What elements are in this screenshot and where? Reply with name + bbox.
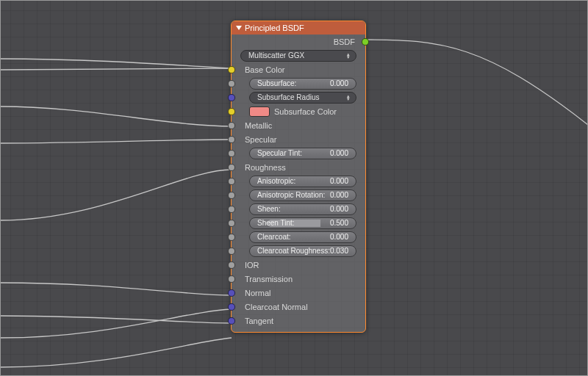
socket-tangent[interactable] xyxy=(228,317,235,325)
input-metallic: Metallic xyxy=(232,118,365,132)
chevron-updown-icon xyxy=(347,52,350,59)
socket-anisotropic-rotation[interactable] xyxy=(228,192,235,199)
socket-sheen-tint[interactable] xyxy=(228,220,235,227)
socket-anisotropic[interactable] xyxy=(228,178,235,185)
input-transmission: Transmission xyxy=(232,272,365,286)
slider-sheen[interactable]: Sheen: 0.000 xyxy=(249,203,356,215)
input-base-color: Base Color xyxy=(232,62,365,76)
input-tangent: Tangent xyxy=(232,314,365,328)
input-normal: Normal xyxy=(232,286,365,300)
socket-output-bsdf[interactable] xyxy=(362,38,369,46)
input-sheen: Sheen: 0.000 xyxy=(232,202,365,216)
chevron-updown-icon xyxy=(347,94,350,101)
slider-subsurface[interactable]: Subsurface: 0.000 xyxy=(249,78,356,90)
slider-clearcoat-roughness[interactable]: Clearcoat Roughness: 0.030 xyxy=(249,245,356,257)
input-clearcoat-normal: Clearcoat Normal xyxy=(232,300,365,314)
socket-clearcoat-normal[interactable] xyxy=(228,303,235,311)
socket-ior[interactable] xyxy=(228,261,235,269)
socket-sheen[interactable] xyxy=(228,206,235,213)
socket-specular[interactable] xyxy=(228,136,235,143)
slider-anisotropic[interactable]: Anisotropic: 0.000 xyxy=(249,176,356,187)
input-anisotropic-rotation: Anisotropic Rotation: 0.000 xyxy=(232,188,365,202)
input-subsurface-radius: Subsurface Radius xyxy=(232,90,365,104)
input-specular-tint: Specular Tint: 0.000 xyxy=(232,146,365,160)
slider-clearcoat[interactable]: Clearcoat: 0.000 xyxy=(249,231,356,243)
distribution-row: Multiscatter GGX xyxy=(232,48,365,62)
input-sheen-tint: Sheen Tint: 0.500 xyxy=(232,216,365,230)
shader-node-principled-bsdf[interactable]: Principled BSDF BSDF Multiscatter GGX Ba… xyxy=(231,21,366,333)
socket-base-color[interactable] xyxy=(228,66,235,73)
socket-metallic[interactable] xyxy=(228,122,235,129)
slider-sheen-tint[interactable]: Sheen Tint: 0.500 xyxy=(249,217,356,229)
distribution-dropdown[interactable]: Multiscatter GGX xyxy=(240,50,356,62)
output-bsdf: BSDF xyxy=(232,35,365,48)
node-title: Principled BSDF xyxy=(245,24,304,32)
slider-anisotropic-rotation[interactable]: Anisotropic Rotation: 0.000 xyxy=(249,189,356,201)
socket-specular-tint[interactable] xyxy=(228,150,235,157)
slider-specular-tint[interactable]: Specular Tint: 0.000 xyxy=(249,148,356,159)
color-swatch-subsurface[interactable] xyxy=(249,106,270,117)
socket-subsurface-color[interactable] xyxy=(228,108,235,115)
socket-transmission[interactable] xyxy=(228,275,235,283)
input-subsurface-color: Subsurface Color xyxy=(232,104,365,118)
input-specular: Specular xyxy=(232,132,365,146)
input-subsurface: Subsurface: 0.000 xyxy=(232,76,365,90)
input-anisotropic: Anisotropic: 0.000 xyxy=(232,174,365,188)
input-ior: IOR xyxy=(232,258,365,272)
socket-subsurface-radius[interactable] xyxy=(228,94,235,101)
socket-clearcoat[interactable] xyxy=(228,234,235,241)
socket-normal[interactable] xyxy=(228,289,235,297)
input-clearcoat-roughness: Clearcoat Roughness: 0.030 xyxy=(232,244,365,258)
socket-clearcoat-roughness[interactable] xyxy=(228,247,235,255)
node-header[interactable]: Principled BSDF xyxy=(232,21,365,35)
socket-subsurface[interactable] xyxy=(228,80,235,87)
socket-roughness[interactable] xyxy=(228,164,235,171)
dropdown-subsurface-radius[interactable]: Subsurface Radius xyxy=(249,92,356,104)
input-roughness: Roughness xyxy=(232,160,365,174)
input-clearcoat: Clearcoat: 0.000 xyxy=(232,230,365,244)
collapse-arrow-icon[interactable] xyxy=(236,26,242,30)
